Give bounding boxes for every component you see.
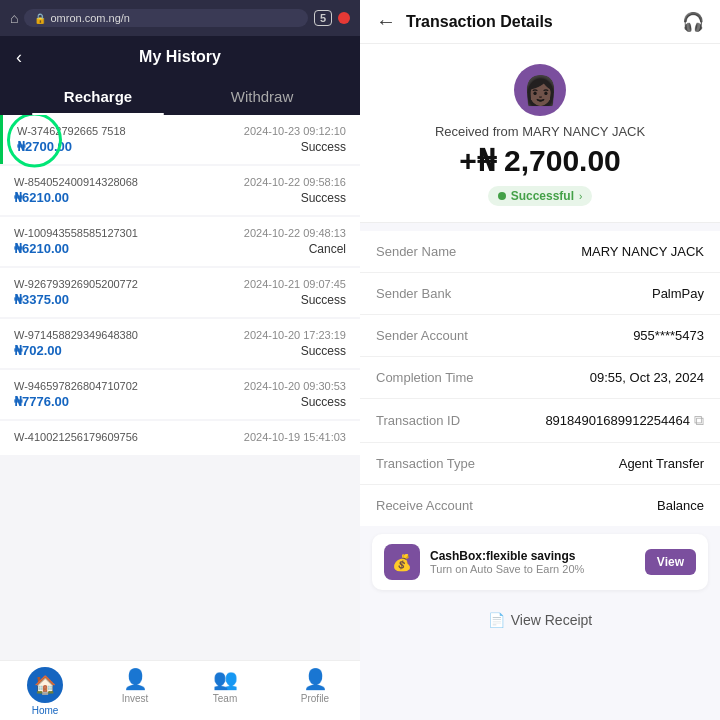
tab-recharge[interactable]: Recharge — [16, 78, 180, 115]
history-tabs: Recharge Withdraw — [0, 78, 360, 115]
transaction-item[interactable]: W-926793926905200772 2024-10-21 09:07:45… — [0, 268, 360, 317]
cashbox-icon: 💰 — [384, 544, 420, 580]
detail-value: 955****5473 — [633, 328, 704, 343]
detail-value: Balance — [657, 498, 704, 513]
cashbox-title: CashBox:flexible savings — [430, 549, 635, 563]
nav-invest[interactable]: 👤 Invest — [90, 667, 180, 716]
tx-status: Success — [301, 293, 346, 307]
detail-label: Sender Account — [376, 328, 468, 343]
nav-team-label: Team — [213, 693, 237, 704]
team-nav-icon: 👥 — [213, 667, 238, 691]
transaction-item[interactable]: W-971458829349648380 2024-10-20 17:23:19… — [0, 319, 360, 368]
detail-label: Receive Account — [376, 498, 473, 513]
tx-status: Cancel — [309, 242, 346, 256]
headphone-icon[interactable]: 🎧 — [682, 11, 704, 33]
cashbox-sub: Turn on Auto Save to Earn 20% — [430, 563, 635, 575]
received-label: Received from MARY NANCY JACK — [435, 124, 645, 139]
transaction-item[interactable]: W-854052400914328068 2024-10-22 09:58:16… — [0, 166, 360, 215]
tab-withdraw[interactable]: Withdraw — [180, 78, 344, 115]
detail-row: Sender Account 955****5473 — [360, 315, 720, 357]
tx-date: 2024-10-20 17:23:19 — [244, 329, 346, 341]
cashbox-text: CashBox:flexible savings Turn on Auto Sa… — [430, 549, 635, 575]
transaction-item[interactable]: W-37462792665 7518 2024-10-23 09:12:10 ₦… — [0, 115, 360, 164]
tx-amount: ₦6210.00 — [14, 241, 69, 256]
tx-amount: ₦2700.00 — [17, 139, 72, 154]
tx-id: W-410021256179609756 — [14, 431, 138, 443]
detail-value: MARY NANCY JACK — [581, 244, 704, 259]
detail-top: 👩🏿 Received from MARY NANCY JACK +₦ 2,70… — [360, 44, 720, 223]
tx-id: W-854052400914328068 — [14, 176, 138, 188]
right-back-button[interactable]: ← — [376, 10, 396, 33]
detail-label: Completion Time — [376, 370, 474, 385]
tx-date: 2024-10-19 15:41:03 — [244, 431, 346, 443]
tx-status: Success — [301, 395, 346, 409]
tx-amount: ₦7776.00 — [14, 394, 69, 409]
tab-count[interactable]: 5 — [314, 10, 332, 26]
amount-display: +₦ 2,700.00 — [459, 143, 621, 178]
avatar-emoji: 👩🏿 — [523, 74, 558, 107]
browser-tabs: 5 — [314, 10, 350, 26]
detail-rows: Sender Name MARY NANCY JACK Sender Bank … — [360, 231, 720, 526]
detail-row: Transaction Type Agent Transfer — [360, 443, 720, 485]
nav-home[interactable]: 🏠 Home — [0, 667, 90, 716]
detail-label: Sender Name — [376, 244, 456, 259]
status-chevron-icon: › — [579, 191, 582, 202]
right-panel: ← Transaction Details 🎧 👩🏿 Received from… — [360, 0, 720, 720]
nav-home-label: Home — [32, 705, 59, 716]
transaction-item[interactable]: W-410021256179609756 2024-10-19 15:41:03 — [0, 421, 360, 455]
tx-id: W-37462792665 7518 — [17, 125, 126, 137]
detail-row: Receive Account Balance — [360, 485, 720, 526]
detail-label: Transaction ID — [376, 413, 460, 428]
home-browser-icon: ⌂ — [10, 10, 18, 26]
profile-nav-icon: 👤 — [303, 667, 328, 691]
history-title: My History — [139, 48, 221, 66]
avatar: 👩🏿 — [514, 64, 566, 116]
nav-team[interactable]: 👥 Team — [180, 667, 270, 716]
detail-label: Transaction Type — [376, 456, 475, 471]
detail-row: Sender Bank PalmPay — [360, 273, 720, 315]
tx-id: W-926793926905200772 — [14, 278, 138, 290]
tx-amount: ₦702.00 — [14, 343, 62, 358]
tx-id: W-100943558585127301 — [14, 227, 138, 239]
tx-date: 2024-10-22 09:48:13 — [244, 227, 346, 239]
tx-id: W-946597826804710702 — [14, 380, 138, 392]
right-header: ← Transaction Details 🎧 — [360, 0, 720, 44]
left-panel: ⌂ 🔒 omron.com.ng/n 5 ‹ My History Rechar… — [0, 0, 360, 720]
view-receipt-row[interactable]: 📄 View Receipt — [360, 598, 720, 642]
detail-label: Sender Bank — [376, 286, 451, 301]
nav-profile-label: Profile — [301, 693, 329, 704]
tx-date: 2024-10-20 09:30:53 — [244, 380, 346, 392]
status-text: Successful — [511, 189, 574, 203]
back-button[interactable]: ‹ — [16, 47, 22, 68]
lock-icon: 🔒 — [34, 13, 46, 24]
history-header: ‹ My History — [0, 36, 360, 78]
tx-status: Success — [301, 140, 346, 154]
status-dot — [498, 192, 506, 200]
nav-profile[interactable]: 👤 Profile — [270, 667, 360, 716]
tx-date: 2024-10-21 09:07:45 — [244, 278, 346, 290]
status-badge: Successful › — [488, 186, 593, 206]
detail-value: PalmPay — [652, 286, 704, 301]
copy-icon[interactable]: ⧉ — [694, 412, 704, 428]
receipt-icon: 📄 — [488, 612, 505, 628]
right-title: Transaction Details — [406, 13, 553, 31]
red-dot-indicator — [338, 12, 350, 24]
detail-row: Completion Time 09:55, Oct 23, 2024 — [360, 357, 720, 399]
tx-id: W-971458829349648380 — [14, 329, 138, 341]
url-text: omron.com.ng/n — [50, 12, 129, 24]
detail-value: Agent Transfer — [619, 456, 704, 471]
transaction-item[interactable]: W-946597826804710702 2024-10-20 09:30:53… — [0, 370, 360, 419]
detail-row: Sender Name MARY NANCY JACK — [360, 231, 720, 273]
tx-date: 2024-10-22 09:58:16 — [244, 176, 346, 188]
detail-value: 09:55, Oct 23, 2024 — [590, 370, 704, 385]
view-cashbox-button[interactable]: View — [645, 549, 696, 575]
browser-url-bar[interactable]: 🔒 omron.com.ng/n — [24, 9, 307, 27]
detail-row: Transaction ID 89184901689912254464⧉ — [360, 399, 720, 443]
tx-amount: ₦3375.00 — [14, 292, 69, 307]
invest-nav-icon: 👤 — [123, 667, 148, 691]
detail-value: 89184901689912254464⧉ — [545, 412, 704, 429]
transaction-item[interactable]: W-100943558585127301 2024-10-22 09:48:13… — [0, 217, 360, 266]
tx-status: Success — [301, 344, 346, 358]
bottom-nav: 🏠 Home 👤 Invest 👥 Team 👤 Profile — [0, 660, 360, 720]
tx-amount: ₦6210.00 — [14, 190, 69, 205]
